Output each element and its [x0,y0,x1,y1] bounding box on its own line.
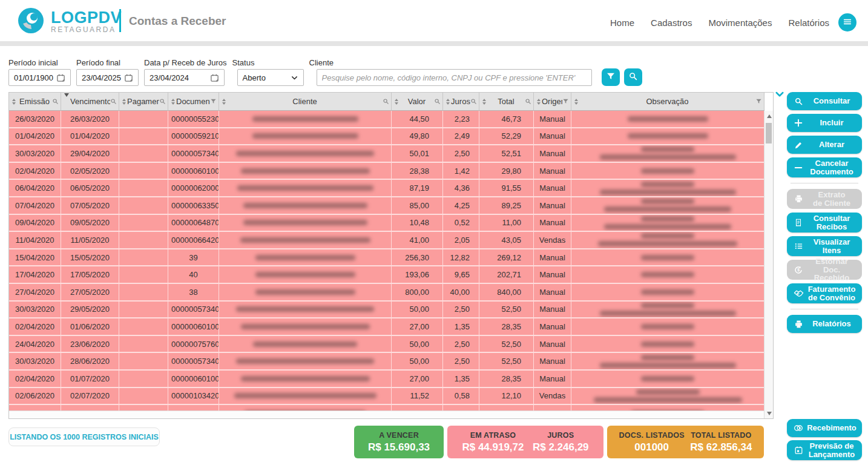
cell-observacao-redacted [571,197,764,214]
sort-icon[interactable] [11,99,17,105]
previsao-de-lancamento-button[interactable]: Previsão deLançamento [787,440,862,460]
filter-icon[interactable] [210,98,217,105]
table-row[interactable]: 27/04/202027/05/202038800,0040,00840,00M… [9,284,764,302]
sort-icon[interactable] [481,99,487,105]
search-icon[interactable] [434,98,441,105]
table-row[interactable]: 06/04/202006/05/2020000000620000187,194,… [9,180,764,197]
search-icon[interactable] [383,98,389,105]
logo[interactable]: LOGPDV RETAGUARDA [17,7,122,37]
column-header-origem[interactable]: Origem [534,93,571,110]
search-button[interactable] [624,68,642,86]
scrollbar-thumb[interactable] [766,123,772,143]
table-row[interactable]: 30/03/202029/05/2020000000573400150,002,… [9,302,764,319]
column-header-emissao[interactable]: Emissão [9,93,61,110]
column-header-documento[interactable]: Documento [168,93,219,110]
cell-juros: 4,25 [443,197,479,214]
calendar-icon[interactable] [56,73,65,82]
filter-button[interactable] [602,68,620,86]
horizontal-scrollbar[interactable] [9,411,764,418]
cell-observacao-redacted [571,388,764,404]
hamburger-icon [843,17,852,28]
filter-icon[interactable] [755,98,762,105]
column-header-vencimento[interactable]: Vencimento [61,93,119,110]
table-row[interactable]: 17/04/202017/05/202040193,069,65202,71Ma… [9,266,764,284]
sort-icon[interactable] [445,99,451,105]
search-icon[interactable] [159,98,166,105]
column-header-total[interactable]: Total [479,93,534,110]
title-divider [119,9,121,32]
column-header-observacao[interactable]: Observação [571,93,764,110]
cell-emissao: 02/04/2020 [9,318,61,335]
menu-button[interactable] [838,13,856,31]
nav-item-movimentacoes[interactable]: Movimentações [708,18,772,28]
calendar-icon[interactable] [210,73,219,82]
expand-chevron-icon[interactable] [774,89,785,102]
cancelar-documento-button[interactable]: CancelarDocumento [787,157,862,177]
incluir-button[interactable]: Incluir [787,114,862,132]
table-row[interactable]: 07/04/202007/05/2020000000633500185,004,… [9,197,764,215]
column-header-pagamento[interactable]: Pagamento [119,93,168,110]
visualizar-itens-button[interactable]: VisualizarItens [787,236,862,256]
summary-box-green: A VENCERR$ 15.690,33 [354,426,444,458]
redacted-text [236,151,374,156]
cliente-search-input[interactable] [322,73,587,82]
summary-value: R$ 62.856,34 [690,441,752,453]
table-row[interactable]: 11/04/202011/05/2020000000664200141,002,… [9,232,764,249]
search-icon[interactable] [110,98,117,105]
cell-vencimento: 02/07/2020 [61,388,119,404]
relatorios-button[interactable]: Relatórios [787,315,862,333]
cell-cliente-redacted [219,232,392,248]
cell-documento: 0000006010001 [168,163,219,179]
nav-item-cadastros[interactable]: Cadastros [651,18,692,28]
periodo-inicial-field[interactable]: 01/01/1900 [8,69,71,86]
column-header-cliente[interactable]: Cliente [219,93,392,110]
table-row[interactable]: 09/04/202009/05/2020000000648700110,480,… [9,215,764,232]
table-row[interactable]: 02/04/202001/07/2020000000601000127,001,… [9,371,764,388]
vertical-scrollbar[interactable] [764,111,773,418]
table-row[interactable]: 30/03/202029/04/2020000000573400150,012,… [9,145,764,163]
scroll-up-icon[interactable] [767,114,772,118]
periodo-final-label: Período final [76,58,139,67]
calendar-icon[interactable] [124,73,133,82]
cell-cliente-redacted [219,111,392,127]
faturamento-de-convenio-button[interactable]: Faturamentode Convênio [787,283,862,303]
filter-icon[interactable] [562,98,569,105]
sort-icon[interactable] [170,99,176,105]
nav-item-relatorios[interactable]: Relatórios [788,18,829,28]
listing-note-button[interactable]: LISTANDO OS 1000 REGISTROS INICIAIS [8,427,160,446]
search-icon[interactable] [470,98,477,105]
table-row[interactable]: 02/04/202002/05/2020000000601000128,381,… [9,163,764,180]
column-header-juros[interactable]: Juros [443,93,479,110]
table-row[interactable]: 30/03/202028/06/2020000000573400150,002,… [9,353,764,371]
consultar-recibos-button[interactable]: ConsultarRecibos [787,213,862,232]
sort-icon[interactable] [393,99,399,105]
alterar-button[interactable]: Alterar [787,136,862,154]
scroll-down-icon[interactable] [767,412,772,415]
column-header-valor[interactable]: Valor [392,93,443,110]
recebimento-button[interactable]: $Recebimento [787,419,862,437]
status-select[interactable]: Aberto [237,69,304,86]
sort-icon[interactable] [573,99,579,105]
table-row[interactable]: 02/06/202002/07/2020000001034200211,520,… [9,388,764,406]
table-row[interactable]: 15/04/202015/05/202039256,3012,82269,12M… [9,249,764,267]
periodo-final-field[interactable]: 23/04/2025 [76,69,139,86]
table-row[interactable]: 02/04/202001/06/2020000000601000127,001,… [9,318,764,336]
sort-icon[interactable] [121,99,127,105]
search-icon[interactable] [525,98,531,105]
table-row[interactable]: 26/03/202026/03/2020000000552300144,502,… [9,111,764,128]
data-receb-juros-label: Data p/ Receb de Juros [144,58,227,67]
cell-observacao-redacted [571,111,764,127]
nav-item-home[interactable]: Home [610,18,634,28]
table-row[interactable]: 24/04/202023/06/2020000000757600150,002,… [9,336,764,354]
cliente-search-field[interactable] [317,69,592,86]
cell-valor: 85,00 [392,197,443,214]
cell-vencimento: 01/06/2020 [61,318,119,335]
table-row[interactable]: 01/04/202001/04/2020000000592100149,802,… [9,128,764,146]
consultar-button[interactable]: Consultar [787,92,862,110]
sort-icon[interactable] [221,99,227,105]
sort-icon[interactable] [536,99,542,105]
sort-desc-icon[interactable] [63,97,70,106]
search-icon[interactable] [52,98,59,105]
data-receb-juros-field[interactable]: 23/04/2024 [144,69,225,86]
cell-pagamento [119,111,168,127]
